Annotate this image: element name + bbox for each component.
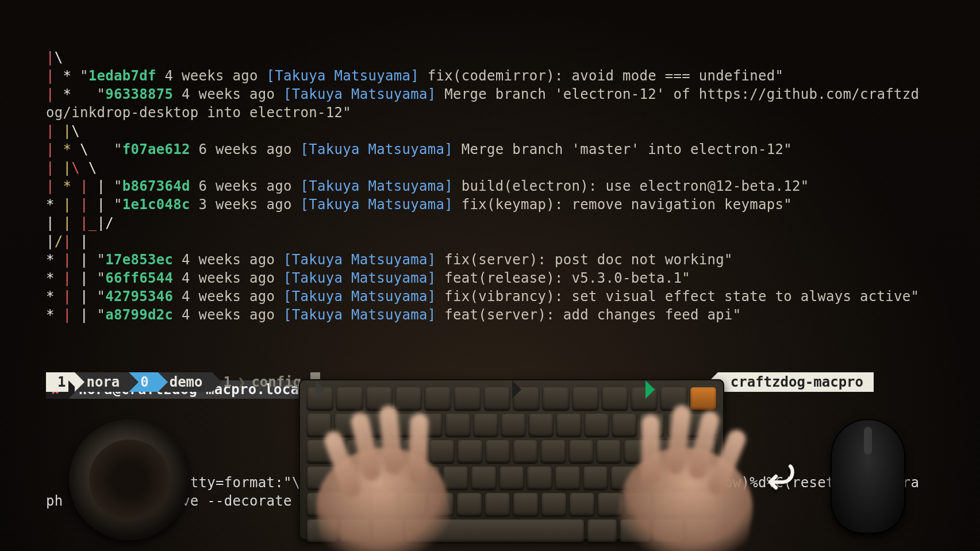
tmux-inactive-index-text: 1 (224, 373, 232, 391)
git-log-line: * | | "42795346 4 weeks ago [Takuya Mats… (46, 287, 920, 306)
git-log-line: | * \ "f07ae612 6 weeks ago [Takuya Mats… (46, 140, 920, 159)
tmux-session-number: 1 (57, 373, 66, 391)
git-log-line: * | | "a8799d2c 4 weeks ago [Takuya Mats… (46, 306, 920, 324)
git-log-line: | * "1edab7df 4 weeks ago [Takuya Matsuy… (46, 67, 920, 85)
git-log-output: |\| * "1edab7df 4 weeks ago [Takuya Mats… (46, 48, 920, 324)
mouse-prop (831, 419, 905, 534)
git-log-line: | |\ \ (46, 159, 920, 177)
tmux-user-text: nora (86, 373, 120, 391)
tmux-active-name-text: demo (170, 373, 203, 391)
git-log-line: |\ (46, 48, 920, 67)
git-log-line: * | | "17e853ec 4 weeks ago [Takuya Mats… (46, 251, 920, 269)
git-log-line: | | |_|/ (46, 214, 920, 232)
tmux-host-text: craftzdog-macpro (731, 373, 863, 391)
git-log-line: | |\ (46, 122, 920, 140)
tmux-status-right: craftzdog-macpro (718, 372, 874, 392)
tmux-active-index-text: 0 (140, 373, 148, 391)
tmux-status-left: 1 nora 0 demo 1 ❯ config (46, 372, 310, 392)
git-log-line: * | | "66ff6544 4 weeks ago [Takuya Mats… (46, 269, 920, 287)
chevron-right-icon: ❯ (237, 373, 245, 391)
mug-prop (69, 419, 190, 540)
return-key-overlay (762, 459, 796, 494)
tmux-inactive-window[interactable]: 1 ❯ config (212, 372, 311, 392)
tmux-inactive-name-text: config (251, 373, 301, 391)
git-log-line: | * "96338875 4 weeks ago [Takuya Matsuy… (46, 85, 920, 122)
git-log-line: | * | | "b867364d 6 weeks ago [Takuya Ma… (46, 177, 920, 195)
git-log-line: * | | | "1e1c048c 3 weeks ago [Takuya Ma… (46, 195, 920, 214)
git-log-line: |/| | (46, 232, 920, 251)
